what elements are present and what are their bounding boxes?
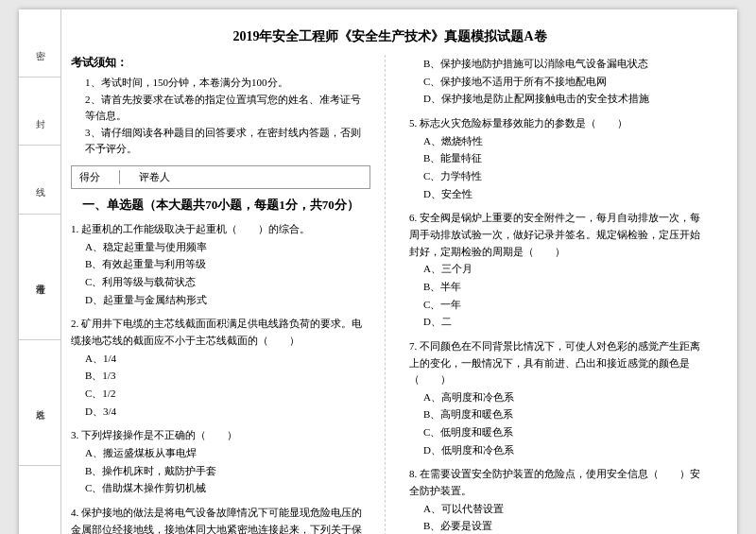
question-2: 2. 矿用井下电缆的主芯线截面面积满足供电线路负荷的要求。电缆接地芯线的截面应不… [71,316,370,420]
q6-opt-d: D、二 [409,313,709,331]
q2-opt-b: B、1/3 [71,367,370,385]
q2-text: 2. 矿用井下电缆的主芯线截面面积满足供电线路负荷的要求。电缆接地芯线的截面应不… [71,316,370,349]
score-section: 得分 评卷人 [71,165,370,189]
notice-section: 考试须知： 1、考试时间，150分钟，本卷满分为100分。 2、请首先按要求在试… [71,55,370,158]
q4r-opt-d: D、保护接地是防止配网接触电击的安全技术措施 [409,90,709,108]
q1-text: 1. 起重机的工作能级取决于起重机（ ）的综合。 [71,221,370,238]
q2-opt-c: C、1/2 [71,385,370,403]
q5-opt-b: B、能量特征 [409,149,709,167]
q8-opt-b: B、必要是设置 [409,517,709,534]
q1-opt-b: B、有效起重量与利用等级 [71,255,370,273]
side-label-mi: 密 [19,9,60,78]
q7-opt-b: B、高明度和暖色系 [409,405,709,423]
q2-opt-a: A、1/4 [71,350,370,368]
q1-opt-a: A、稳定起重量与使用频率 [71,238,370,256]
question-3: 3. 下列焊接操作是不正确的（ ） A、搬运盛煤板从事电焊 B、操作机床时，戴防… [71,427,370,497]
notice-title: 考试须知： [71,55,370,71]
q4r-opt-c: C、保护接地不适用于所有不接地配电网 [409,73,709,91]
q1-opt-c: C、利用等级与载荷状态 [71,273,370,291]
question-4: 4. 保护接地的做法是将电气设备故障情况下可能显现危险电压的金属部位经接地线，接… [71,505,370,534]
q6-opt-c: C、一年 [409,296,709,314]
q2-opt-d: D、3/4 [71,403,370,421]
question-5: 5. 标志火灾危险标量移效能力的参数是（ ） A、燃烧特性 B、能量特征 C、力… [409,115,709,202]
q6-opt-b: B、半年 [409,278,709,296]
page-title: 2019年安全工程师《安全生产技术》真题模拟试题A卷 [71,28,709,45]
right-column: B、保护接地防护措施可以消除电气设备漏电状态 C、保护接地不适用于所有不接地配电… [404,55,709,534]
q7-opt-a: A、高明度和冷色系 [409,388,709,406]
q7-opt-c: C、低明度和暖色系 [409,423,709,441]
notice-item-2: 2、请首先按要求在试卷的指定位置填写您的姓名、准考证号等信息。 [71,92,370,125]
q5-text: 5. 标志火灾危险标量移效能力的参数是（ ） [409,115,709,132]
left-column: 考试须知： 1、考试时间，150分钟，本卷满分为100分。 2、请首先按要求在试… [71,55,386,534]
q6-text: 6. 安全阀是锅炉上重要的安全附件之一，每月自动排放一次，每周手动排放试验一次，… [409,210,709,260]
notice-item-3: 3、请仔细阅读各种题目的回答要求，在密封线内答题，否则不予评分。 [71,125,370,158]
reviewer-label: 评卷人 [139,170,170,184]
question-4-cont: B、保护接地防护措施可以消除电气设备漏电状态 C、保护接地不适用于所有不接地配电… [409,55,709,108]
side-label-zkzh: 准考证号 [19,215,60,340]
question-8: 8. 在需要设置安全防护装置的危险点，使用安全信息（ ）安全防护装置。 A、可以… [409,466,709,534]
q7-opt-d: D、低明度和冷色系 [409,441,709,459]
main-content: 考试须知： 1、考试时间，150分钟，本卷满分为100分。 2、请首先按要求在试… [71,55,709,534]
q5-opt-c: C、力学特性 [409,167,709,185]
side-labels: 密 封 线 准考证号 姓名 座（市区） [19,9,61,534]
q3-text: 3. 下列焊接操作是不正确的（ ） [71,427,370,444]
q3-opt-c: C、借助煤木操作剪切机械 [71,479,370,497]
side-label-zuowei: 座（市区） [19,466,60,534]
q8-opt-a: A、可以代替设置 [409,500,709,518]
score-label: 得分 [79,170,100,184]
section1-title: 一、单选题（本大题共70小题，每题1分，共70分） [71,197,370,214]
notice-item-1: 1、考试时间，150分钟，本卷满分为100分。 [71,75,370,92]
q4-text: 4. 保护接地的做法是将电气设备故障情况下可能显现危险电压的金属部位经接地线，接… [71,505,370,534]
q5-opt-a: A、燃烧特性 [409,132,709,150]
question-6: 6. 安全阀是锅炉上重要的安全附件之一，每月自动排放一次，每周手动排放试验一次，… [409,210,709,331]
q4r-opt-b: B、保护接地防护措施可以消除电气设备漏电状态 [409,55,709,73]
q7-text: 7. 不同颜色在不同背景比情况下，可使人对色彩的感觉产生距离上的变化，一般情况下… [409,338,709,388]
side-label-xingming: 姓名 [19,340,60,466]
side-label-xian: 线 [19,146,60,214]
q1-opt-d: D、起重量与金属结构形式 [71,291,370,309]
q3-opt-a: A、搬运盛煤板从事电焊 [71,444,370,462]
q8-text: 8. 在需要设置安全防护装置的危险点，使用安全信息（ ）安全防护装置。 [409,466,709,499]
side-label-feng: 封 [19,78,60,146]
question-7: 7. 不同颜色在不同背景比情况下，可使人对色彩的感觉产生距离上的变化，一般情况下… [409,338,709,459]
exam-page: 密 封 线 准考证号 姓名 座（市区） 2019年安全工程师《安全生产技术》真题… [19,9,737,534]
q3-opt-b: B、操作机床时，戴防护手套 [71,462,370,480]
q6-opt-a: A、三个月 [409,260,709,278]
q5-opt-d: D、安全性 [409,185,709,203]
question-1: 1. 起重机的工作能级取决于起重机（ ）的综合。 A、稳定起重量与使用频率 B、… [71,221,370,308]
